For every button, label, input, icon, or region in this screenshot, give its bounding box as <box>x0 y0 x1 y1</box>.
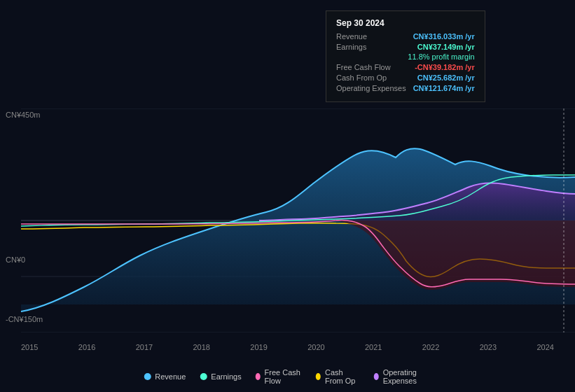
tooltip-label-fcf: Free Cash Flow <box>336 63 391 71</box>
x-label-2020: 2020 <box>307 343 324 351</box>
x-label-2019: 2019 <box>250 343 267 351</box>
legend-cash-from-op[interactable]: Cash From Op <box>316 368 360 385</box>
tooltip-row-earnings: Earnings CN¥37.149m /yr <box>336 43 475 51</box>
tooltip-label-revenue: Revenue <box>336 32 367 41</box>
legend-earnings[interactable]: Earnings <box>200 372 241 381</box>
tooltip-value-cashop: CN¥25.682m /yr <box>417 74 475 82</box>
tooltip-box: Sep 30 2024 Revenue CN¥316.033m /yr Earn… <box>326 10 485 102</box>
tooltip-row-revenue: Revenue CN¥316.033m /yr <box>336 32 475 41</box>
tooltip-value-earnings: CN¥37.149m /yr <box>417 43 475 51</box>
x-label-2016: 2016 <box>78 343 95 351</box>
tooltip-value-revenue: CN¥316.033m /yr <box>413 32 475 41</box>
tooltip-label-cashop: Cash From Op <box>336 74 387 82</box>
tooltip-profit-margin-value: 11.8% profit margin <box>408 52 474 61</box>
x-label-2017: 2017 <box>136 343 153 351</box>
x-label-2024: 2024 <box>536 343 553 351</box>
legend-label-fcf: Free Cash Flow <box>265 368 303 385</box>
tooltip-profit-margin: 11.8% profit margin <box>336 52 475 61</box>
x-label-2018: 2018 <box>193 343 209 351</box>
legend-label-opex: Operating Expenses <box>383 368 431 385</box>
tooltip-label-opex: Operating Expenses <box>336 84 406 92</box>
tooltip-row-cashop: Cash From Op CN¥25.682m /yr <box>336 74 475 82</box>
legend-dot-fcf <box>256 373 261 380</box>
chart-legend: Revenue Earnings Free Cash Flow Cash Fro… <box>144 368 431 385</box>
legend-dot-cashop <box>316 373 321 380</box>
tooltip-label-earnings: Earnings <box>336 43 366 51</box>
legend-dot-opex <box>374 373 379 380</box>
legend-label-earnings: Earnings <box>211 372 241 381</box>
x-label-2021: 2021 <box>365 343 382 351</box>
tooltip-value-opex: CN¥121.674m /yr <box>413 84 475 92</box>
tooltip-value-fcf: -CN¥39.182m /yr <box>415 63 475 71</box>
legend-label-revenue: Revenue <box>155 372 186 381</box>
x-axis: 2015 2016 2017 2018 2019 2020 2021 2022 … <box>0 343 575 351</box>
x-label-2022: 2022 <box>422 343 439 351</box>
legend-fcf[interactable]: Free Cash Flow <box>256 368 302 385</box>
legend-dot-earnings <box>200 373 207 380</box>
legend-label-cashop: Cash From Op <box>325 368 360 385</box>
x-label-2023: 2023 <box>480 343 497 351</box>
legend-revenue[interactable]: Revenue <box>144 372 186 381</box>
chart-svg <box>0 108 575 332</box>
tooltip-row-opex: Operating Expenses CN¥121.674m /yr <box>336 84 475 92</box>
legend-dot-revenue <box>144 373 151 380</box>
tooltip-date: Sep 30 2024 <box>336 18 475 28</box>
x-label-2015: 2015 <box>21 343 38 351</box>
tooltip-row-fcf: Free Cash Flow -CN¥39.182m /yr <box>336 63 475 71</box>
chart-container: Sep 30 2024 Revenue CN¥316.033m /yr Earn… <box>0 0 575 392</box>
legend-opex[interactable]: Operating Expenses <box>374 368 431 385</box>
